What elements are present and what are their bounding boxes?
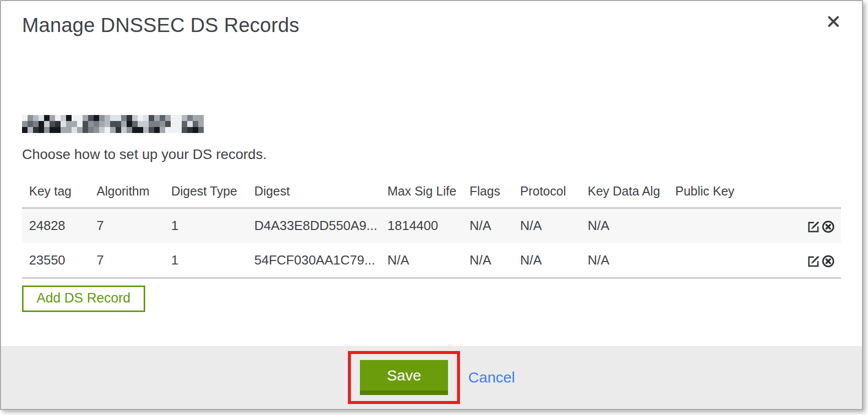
row-actions [782, 243, 841, 278]
instruction-text: Choose how to set up your DS records. [22, 146, 841, 163]
dialog-body: Manage DNSSEC DS Records Choose how to s… [1, 1, 862, 346]
cell-digest-type: 1 [164, 208, 247, 243]
table-header-row: Key tag Algorithm Digest Type Digest Max… [22, 175, 841, 208]
column-header-key-tag: Key tag [22, 175, 90, 208]
cell-key-data-alg: N/A [581, 243, 668, 278]
cell-key-tag: 23550 [22, 243, 90, 278]
row-actions [782, 208, 841, 243]
dialog-footer: Save Cancel [1, 346, 862, 409]
cell-max-sig-life: 1814400 [380, 208, 463, 243]
cell-protocol: N/A [513, 208, 581, 243]
cell-key-tag: 24828 [22, 208, 90, 243]
cancel-link[interactable]: Cancel [468, 369, 515, 386]
cell-algorithm: 7 [90, 208, 164, 243]
edit-icon [807, 254, 820, 268]
cell-key-data-alg: N/A [581, 208, 668, 243]
table-row: 24828 7 1 D4A33E8DD550A9... 1814400 N/A … [22, 208, 841, 243]
cell-digest: 54FCF030AA1C79... [247, 243, 380, 278]
column-header-public-key: Public Key [668, 175, 782, 208]
delete-icon [821, 254, 835, 268]
ds-records-table: Key tag Algorithm Digest Type Digest Max… [22, 175, 841, 278]
column-header-protocol: Protocol [513, 175, 581, 208]
column-header-actions [782, 175, 841, 208]
edit-icon [807, 220, 820, 234]
cell-digest-type: 1 [164, 243, 247, 278]
cell-flags: N/A [463, 243, 513, 278]
column-header-digest: Digest [247, 175, 380, 208]
table-row: 23550 7 1 54FCF030AA1C79... N/A N/A N/A … [22, 243, 841, 278]
cell-max-sig-life: N/A [380, 243, 463, 278]
cell-public-key [668, 208, 782, 243]
delete-icon [821, 220, 835, 234]
column-header-key-data-alg: Key Data Alg [581, 175, 668, 208]
dialog-title: Manage DNSSEC DS Records [22, 13, 841, 37]
cell-digest: D4A33E8DD550A9... [247, 208, 380, 243]
column-header-algorithm: Algorithm [90, 175, 164, 208]
cell-flags: N/A [463, 208, 513, 243]
column-header-flags: Flags [463, 175, 513, 208]
domain-name-redacted [22, 115, 204, 133]
manage-dnssec-ds-records-dialog: Manage DNSSEC DS Records Choose how to s… [0, 0, 863, 410]
delete-record-button[interactable] [821, 254, 835, 268]
column-header-max-sig-life: Max Sig Life [380, 175, 463, 208]
red-highlight-annotation: Save [348, 351, 460, 404]
edit-record-button[interactable] [807, 220, 820, 234]
cell-protocol: N/A [513, 243, 581, 278]
cell-public-key [668, 243, 782, 278]
save-button[interactable]: Save [360, 360, 448, 395]
add-ds-record-button[interactable]: Add DS Record [22, 286, 145, 312]
cell-algorithm: 7 [90, 243, 164, 278]
delete-record-button[interactable] [821, 220, 835, 234]
edit-record-button[interactable] [807, 254, 820, 268]
column-header-digest-type: Digest Type [164, 175, 247, 208]
